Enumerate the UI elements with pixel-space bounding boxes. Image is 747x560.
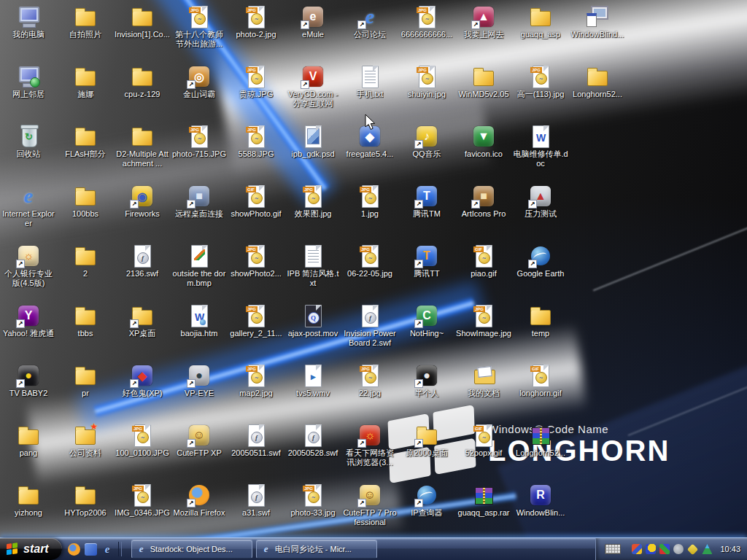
desktop-icon[interactable]: Wbaojia.htm	[171, 302, 228, 362]
desktop-icon[interactable]: HYTop2006	[57, 481, 114, 538]
desktop-icon[interactable]: Longhorn52...	[512, 421, 569, 481]
desktop-icon[interactable]: JPG~ShowImage.jpg	[455, 302, 512, 362]
ime-keyboard-icon[interactable]	[605, 544, 621, 554]
desktop-icon[interactable]: ●↗VP-EYE	[171, 362, 228, 421]
desktop-icon[interactable]: JPG~第十八个教师节外出旅游...	[171, 3, 228, 63]
desktop-icon[interactable]: f20050528.swf	[285, 421, 341, 481]
desktop-icon[interactable]: ▲↗我要上网去	[455, 3, 512, 63]
desktop-icon[interactable]: ipb_gdk.psd	[285, 122, 341, 182]
desktop-icon[interactable]: Invision[1].Co...	[114, 3, 171, 63]
desktop-icon[interactable]: temp	[512, 302, 569, 362]
desktop-icon[interactable]: WinMD5v2.05	[455, 63, 512, 122]
desktop-icon[interactable]: IPB 简洁风格.txt	[285, 242, 341, 302]
desktop-icon[interactable]: ◉↗Fireworks	[114, 182, 171, 242]
desktop-icon[interactable]: C↗NotHing~	[398, 302, 455, 362]
desktop-icon[interactable]: 网上邻居	[0, 63, 57, 122]
user-tray-icon[interactable]	[702, 544, 712, 554]
desktop-icon[interactable]: ↗Mozilla Firefox	[171, 481, 228, 538]
desktop-icon[interactable]: JPG~6666666666...	[398, 3, 455, 63]
desktop-icon[interactable]: JPG~shuiyin.jpg	[398, 63, 455, 122]
taskbar-task-forum[interactable]: e 电白同乡论坛 - Micr...	[256, 540, 377, 559]
desktop-icon[interactable]: JPG~map2.jpg	[228, 362, 285, 421]
desktop-icon[interactable]: f20050511.swf	[228, 421, 285, 481]
desktop-icon[interactable]: pang	[0, 421, 57, 481]
desktop-icon[interactable]: 施娜	[57, 63, 114, 122]
desktop-icon[interactable]: ■↗ArtIcons Pro	[455, 182, 512, 242]
desktop-icon[interactable]: 我的电脑	[0, 3, 57, 63]
desktop-icon[interactable]: fa31.swf	[228, 481, 285, 538]
desktop-icon[interactable]: GIF~piao.gif	[455, 242, 512, 302]
desktop-icon[interactable]: T↗腾讯TM	[398, 182, 455, 242]
desktop-icon[interactable]: Longhorn52...	[569, 63, 626, 122]
start-button[interactable]: start	[0, 538, 62, 560]
desktop-icon[interactable]: JPG~gallery_2_11...	[228, 302, 285, 362]
desktop-icon[interactable]: eInternet Explorer	[0, 182, 57, 242]
desktop-icon[interactable]: ♪↗QQ音乐	[398, 122, 455, 182]
desktop-icon[interactable]: ↗Google Earth	[512, 242, 569, 302]
desktop-icon[interactable]: JPG~效果图.jpg	[285, 182, 341, 242]
desktop-icon[interactable]: JPG~photo-2.jpg	[228, 3, 285, 63]
desktop-icon[interactable]: 2	[57, 242, 114, 302]
desktop-icon[interactable]: 自拍照片	[57, 3, 114, 63]
desktop-icon[interactable]: 100bbs	[57, 182, 114, 242]
desktop-icon[interactable]: FLAsH部分	[57, 122, 114, 182]
desktop-icon[interactable]: GIF~longhorn.gif	[512, 362, 569, 421]
desktop-icon[interactable]: Qajax-post.mov	[285, 302, 341, 362]
paint-tray-icon[interactable]	[632, 544, 642, 554]
desktop-icon[interactable]: GIF~52popx.gif	[455, 421, 512, 481]
desktop-icon[interactable]: ↗原2000桌面	[398, 421, 455, 481]
desktop-icon[interactable]: JPG~贵琼.JPG	[228, 63, 285, 122]
desktop-icon[interactable]: JPG~5588.JPG	[228, 122, 285, 182]
desktop-icon[interactable]: D2-Multiple Attachment ...	[114, 122, 171, 182]
desktop[interactable]: Windows® Code Name LONGHORN 我的电脑自拍照片Invi…	[0, 0, 747, 538]
desktop-icon[interactable]: ☼↗看天下网络资讯浏览器(3...	[341, 421, 398, 481]
desktop-icon[interactable]: T↗腾讯TT	[398, 242, 455, 302]
desktop-icon[interactable]: JPG~高一(113).jpg	[512, 63, 569, 122]
desktop-icon[interactable]: ↗XP桌面	[114, 302, 171, 362]
desktop-icon[interactable]: f2136.swf	[114, 242, 171, 302]
desktop-icon[interactable]: ●↗半个人	[398, 362, 455, 421]
desktop-icon[interactable]: W电脑维修传单.doc	[512, 122, 569, 182]
taskbar-task-stardock[interactable]: e Stardock: Object Des...	[131, 540, 252, 559]
desktop-icon[interactable]: ☺↗CuteFTP 7 Professional	[341, 481, 398, 538]
desktop-icon[interactable]: JPG~photo-33.jpg	[285, 481, 341, 538]
desktop-icon[interactable]: ☼↗个人银行专业版(4.5版)	[0, 242, 57, 302]
desktop-icon[interactable]: JPG~1.jpg	[341, 182, 398, 242]
quicklaunch-swirl-icon[interactable]	[68, 543, 80, 556]
desktop-icon[interactable]: ◎↗金山词霸	[171, 63, 228, 122]
desktop-icon[interactable]: cpu-z-129	[114, 63, 171, 122]
desktop-icon[interactable]: tbbs	[57, 302, 114, 362]
volume-tray-icon[interactable]	[673, 544, 684, 554]
desktop-icon[interactable]: RWindowBlin...	[512, 481, 569, 538]
diamond-tray-icon[interactable]	[687, 543, 699, 555]
desktop-icon[interactable]: ►tvs5.wmv	[285, 362, 341, 421]
desktop-icon[interactable]: WindowBlind...	[569, 3, 626, 63]
desktop-icon[interactable]: JPG~showPhoto2...	[228, 242, 285, 302]
desktop-icon[interactable]: 手机.txt	[341, 63, 398, 122]
desktop-icon[interactable]: ☺↗CuteFTP XP	[171, 421, 228, 481]
desktop-icon[interactable]: JPG~IMG_0346.JPG	[114, 481, 171, 538]
desktop-icon[interactable]: 我的文档	[455, 362, 512, 421]
desktop-icon[interactable]: ★公司资料	[57, 421, 114, 481]
desktop-icon[interactable]: outside the dorm.bmp	[171, 242, 228, 302]
desktop-icon[interactable]: JPG~06-22-05.jpg	[341, 242, 398, 302]
desktop-icon[interactable]: GIF~showPhoto.gif	[228, 182, 285, 242]
messenger-tray-icon[interactable]	[646, 544, 656, 554]
desktop-icon[interactable]: ◆↗好色鬼(XP)	[114, 362, 171, 421]
desktop-icon[interactable]: JPG~22.jpg	[341, 362, 398, 421]
desktop-icon[interactable]: ↻回收站	[0, 122, 57, 182]
desktop-icon[interactable]: ↗IP查询器	[398, 481, 455, 538]
desktop-icon[interactable]: guaqq_asp.rar	[455, 481, 512, 538]
desktop-icon[interactable]: guaqq_asp	[512, 3, 569, 63]
desktop-icon[interactable]: e↗公司论坛	[341, 3, 398, 63]
desktop-icon[interactable]: ●↗TV BABY2	[0, 362, 57, 421]
cube-tray-icon[interactable]	[659, 544, 670, 554]
desktop-icon[interactable]: V↗VeryCD.com - 分享互联网	[285, 63, 341, 122]
quicklaunch-ie-icon[interactable]: e	[101, 543, 114, 556]
desktop-icon[interactable]: JPG~100_0100.JPG	[114, 421, 171, 481]
desktop-icon[interactable]: yizhong	[0, 481, 57, 538]
desktop-icon[interactable]: JPG~photo-715.JPG	[171, 122, 228, 182]
desktop-icon[interactable]: e↗eMule	[285, 3, 341, 63]
desktop-icon[interactable]: Y↗Yahoo! 雅虎通	[0, 302, 57, 362]
desktop-icon[interactable]: fInvision Power Board 2.swf	[341, 302, 398, 362]
